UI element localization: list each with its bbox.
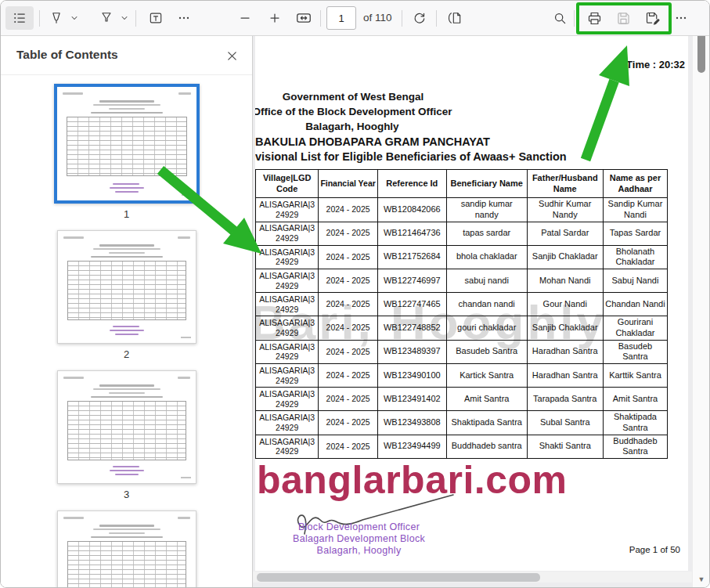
chevron-down-icon	[70, 13, 79, 23]
father-husband-name-cell: Haradhan Santra	[527, 364, 603, 388]
aadhaar-name-cell: Tapas Sardar	[603, 222, 667, 245]
close-sidebar-button[interactable]	[222, 46, 241, 65]
search-icon	[552, 10, 568, 26]
reference-id-cell: WB123491402	[377, 388, 446, 411]
thumb-mini-signature	[108, 183, 146, 194]
beneficiary-name-cell: sabuj nandi	[446, 269, 527, 293]
beneficiary-name-cell: gouri chakladar	[446, 316, 527, 341]
office-stamp: Block Development OfficerBalagarh Develo…	[263, 521, 455, 557]
village-lgd-cell: ALISAGARIA|324929	[256, 293, 319, 316]
reference-id-cell: WB120842066	[377, 198, 446, 222]
horizontal-scrollbar-thumb[interactable]	[257, 573, 540, 582]
thumb-mini-signature	[108, 466, 146, 477]
draw-pen-dropdown[interactable]	[70, 13, 79, 23]
page-number-input[interactable]	[326, 6, 356, 30]
thumb-mini-pagenum	[181, 337, 191, 338]
father-husband-name-cell: Mohan Nandi	[527, 269, 603, 293]
chevron-down-icon	[120, 13, 129, 23]
reference-id-cell: WB123493808	[377, 411, 446, 435]
aadhaar-name-cell: Sabuj Nandi	[603, 269, 667, 293]
thumb-mini-pagenum	[181, 477, 191, 478]
thumbnail-item: 4	[57, 510, 196, 588]
document-header-line: Government of West Bengal	[283, 91, 424, 103]
thumb-mini-table	[67, 261, 186, 320]
thumb-corner-line	[178, 236, 190, 239]
table-row: ALISAGARIA|324929 2024 - 2025 WB12084206…	[256, 198, 668, 222]
highlighter-dropdown[interactable]	[120, 13, 129, 23]
financial-year-cell: 2024 - 2025	[319, 293, 377, 316]
vertical-scrollbar[interactable]: ▲ ▼	[692, 1, 709, 588]
toolbar-divider	[135, 10, 136, 27]
page-thumbnail[interactable]	[57, 370, 196, 484]
ellipsis-icon	[176, 10, 192, 26]
beneficiary-name-cell: Kartick Santra	[446, 364, 527, 388]
financial-year-cell: 2024 - 2025	[319, 340, 377, 364]
highlighter-button[interactable]	[96, 6, 117, 30]
print-button[interactable]	[583, 6, 605, 30]
thumbnail-page-number: 2	[124, 348, 129, 360]
thumb-corner-line	[178, 92, 191, 95]
beneficiary-name-cell: Amit Santra	[446, 388, 527, 411]
toolbar-divider	[436, 10, 437, 27]
father-husband-name-cell: Subal Santra	[527, 411, 603, 435]
scroll-down-arrow[interactable]: ▼	[693, 573, 710, 586]
beneficiary-name-cell: tapas sardar	[446, 222, 527, 245]
financial-year-cell: 2024 - 2025	[319, 245, 377, 269]
thumb-header-line	[91, 112, 163, 114]
thumb-corner-line	[63, 236, 84, 239]
add-text-icon	[148, 10, 164, 26]
village-lgd-cell: ALISAGARIA|324929	[256, 435, 319, 459]
thumb-header-line	[93, 248, 160, 250]
zoom-in-button[interactable]	[264, 6, 286, 30]
draw-pen-button[interactable]	[45, 6, 67, 30]
thumb-header-line	[109, 532, 145, 534]
page-view-button[interactable]	[444, 6, 466, 30]
page-thumbnail[interactable]	[57, 230, 196, 344]
more-tools-button[interactable]	[173, 6, 195, 30]
table-of-contents-panel: Table of Contents	[1, 36, 253, 588]
toolbar-divider	[574, 10, 575, 27]
save-button[interactable]	[612, 6, 634, 30]
financial-year-cell: 2024 - 2025	[319, 316, 377, 341]
fit-to-width-button[interactable]	[292, 6, 315, 30]
thumbnail-page-number: 3	[124, 489, 129, 500]
table-row: ALISAGARIA|324929 2024 - 2025 WB12349010…	[256, 364, 668, 388]
horizontal-scrollbar[interactable]	[253, 572, 694, 583]
zoom-out-button[interactable]	[234, 6, 256, 30]
search-button[interactable]	[549, 6, 571, 30]
time-label: Time : 20:32	[626, 59, 685, 70]
thumb-corner-line	[63, 92, 83, 95]
table-header-cell: Name as per Aadhaar	[603, 170, 667, 198]
village-lgd-cell: ALISAGARIA|324929	[256, 222, 319, 245]
financial-year-cell: 2024 - 2025	[319, 222, 377, 245]
thumb-header-line	[91, 256, 163, 258]
thumb-header-line	[109, 392, 145, 394]
save-as-button[interactable]	[641, 6, 663, 30]
page-thumbnail[interactable]	[54, 84, 200, 204]
aadhaar-name-cell: Amit Santra	[603, 388, 667, 411]
table-header-cell: Financial Year	[319, 170, 377, 198]
village-lgd-cell: ALISAGARIA|324929	[256, 388, 319, 411]
pdf-page: Time : 20:32 Bari, Hooghly Government of…	[255, 36, 688, 571]
table-header-cell: Reference Id	[377, 170, 446, 198]
father-husband-name-cell: Patal Sardar	[527, 222, 603, 245]
rotate-button[interactable]	[409, 6, 431, 30]
thumbnail-item: 2	[57, 230, 196, 370]
village-lgd-cell: ALISAGARIA|324929	[256, 340, 319, 364]
document-header-line: Balagarh, Hooghly	[305, 121, 398, 132]
add-text-button[interactable]	[145, 6, 167, 30]
page-thumbnail[interactable]	[57, 510, 196, 588]
toolbar-divider	[320, 10, 321, 27]
sidebar-header: Table of Contents	[1, 36, 252, 75]
village-lgd-cell: ALISAGARIA|324929	[256, 411, 319, 435]
thumbnail-item: 3	[57, 370, 196, 510]
table-of-contents-button[interactable]	[5, 6, 34, 30]
financial-year-cell: 2024 - 2025	[319, 411, 377, 435]
financial-year-cell: 2024 - 2025	[319, 435, 377, 459]
page-count-label: of 110	[363, 12, 392, 23]
reference-id-cell: WB122747465	[377, 293, 446, 316]
thumb-header-line	[109, 252, 145, 254]
more-options-button[interactable]	[672, 6, 690, 30]
thumb-header-line	[99, 244, 154, 247]
thumb-header-line	[99, 100, 154, 103]
